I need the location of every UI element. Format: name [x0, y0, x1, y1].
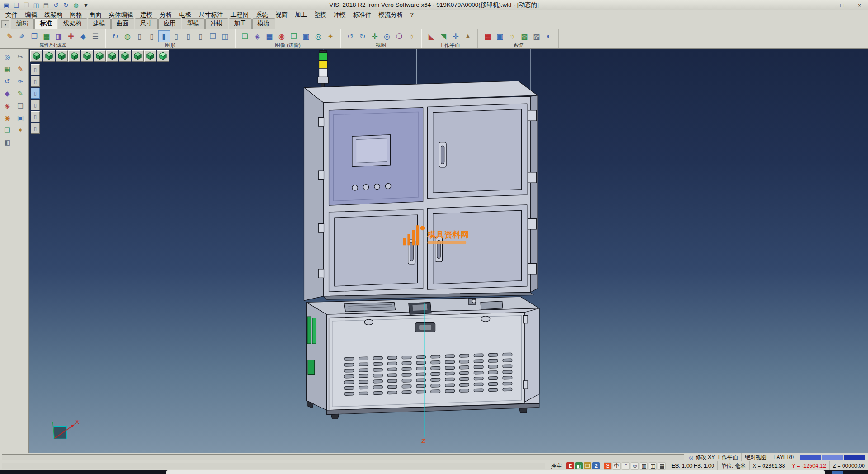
ribbon-tab[interactable]: 加工 — [229, 18, 252, 29]
sidebar-tool-icon[interactable]: ✂ — [14, 51, 27, 63]
toolbar-icon[interactable]: ❐ — [28, 30, 40, 42]
sidebar-tool-icon[interactable]: ◎ — [1, 51, 14, 63]
tray-icon[interactable]: 2 — [592, 462, 600, 469]
toolbar-icon[interactable]: ◐ — [543, 30, 555, 42]
titlebar-quick-icon[interactable]: ↻ — [61, 1, 71, 9]
view-cube-button[interactable] — [43, 50, 55, 62]
view-cube-button[interactable] — [81, 50, 93, 62]
toolbar-icon[interactable]: ▤ — [264, 30, 275, 42]
menu-item[interactable]: 文件 — [2, 11, 21, 19]
toolbar-icon[interactable]: ◣ — [425, 30, 437, 42]
sidebar-tool-icon[interactable]: ❒ — [1, 124, 14, 136]
menu-item[interactable]: 加工 — [291, 11, 311, 19]
toolbar-icon[interactable]: ✦ — [325, 30, 336, 42]
tray-icon[interactable]: ◧ — [575, 462, 583, 469]
toolbar-icon[interactable]: ☼ — [406, 30, 417, 42]
sidebar-tool-icon[interactable]: ❏ — [14, 100, 27, 112]
maximize-button[interactable]: □ — [834, 0, 851, 10]
toolbar-icon[interactable]: ❏ — [239, 30, 251, 42]
sidebar-tool-icon[interactable]: ✎ — [14, 88, 27, 100]
menu-item[interactable]: 电极 — [176, 11, 195, 19]
menu-item[interactable]: 视窗 — [272, 11, 291, 19]
ime-icon[interactable]: ▥ — [640, 462, 648, 470]
view-cube-button[interactable] — [94, 50, 106, 62]
toolbar-icon[interactable]: ❒ — [207, 30, 219, 42]
ime-icon[interactable]: 中 — [613, 462, 621, 470]
toolbar-icon[interactable]: ❍ — [393, 30, 405, 42]
toolbar-icon[interactable]: ▩ — [519, 30, 530, 42]
toolbar-icon[interactable]: ▯ — [183, 30, 194, 42]
view-cube-button[interactable] — [30, 50, 42, 62]
viewport-mini-button[interactable]: ▯ — [31, 111, 40, 122]
menu-item[interactable]: 建模 — [137, 11, 156, 19]
toolbar-icon[interactable]: ▦ — [482, 30, 494, 42]
sidebar-tool-icon[interactable]: ◧ — [1, 137, 14, 148]
toolbar-icon[interactable]: ▣ — [494, 30, 506, 42]
titlebar-quick-icon[interactable]: ▣ — [2, 1, 11, 9]
machine-model[interactable]: Z 模具资料网 — [53, 49, 539, 445]
toolbar-icon[interactable]: ▣ — [300, 30, 312, 42]
toolbar-icon[interactable]: ▯ — [170, 30, 182, 42]
layer-selector[interactable]: LAYER0 — [770, 453, 797, 461]
toolbar-icon[interactable]: ✎ — [4, 30, 16, 42]
close-button[interactable]: × — [851, 0, 868, 10]
sidebar-tool-icon[interactable]: ◈ — [1, 100, 14, 112]
sidebar-tool-icon[interactable]: ✎ — [14, 63, 27, 75]
toolbar-icon[interactable]: ◈ — [251, 30, 263, 42]
view-cube-button[interactable] — [132, 50, 144, 62]
view-mode[interactable]: 绝对视图 — [741, 453, 770, 461]
toolbar-icon[interactable]: ◨ — [53, 30, 65, 42]
toolbar-icon[interactable]: ▯ — [195, 30, 207, 42]
viewport-mini-button[interactable]: ▯ — [31, 64, 40, 75]
titlebar-quick-icon[interactable]: ❐ — [22, 1, 31, 9]
ribbon-tab[interactable]: 编辑 — [11, 18, 34, 29]
titlebar-quick-icon[interactable]: ↺ — [52, 1, 61, 9]
view-cube-button[interactable] — [119, 50, 131, 62]
sidebar-tool-icon[interactable]: ↺ — [1, 76, 14, 87]
ribbon-tab[interactable]: 建模 — [88, 18, 111, 29]
ime-icon[interactable]: ◫ — [649, 462, 657, 470]
toolbar-icon[interactable]: ▦ — [41, 30, 52, 42]
view-cube-button[interactable] — [56, 50, 68, 62]
menu-item[interactable]: 曲面 — [86, 11, 105, 19]
toolbar-icon[interactable]: ☼ — [506, 30, 518, 42]
lock-toggle[interactable]: 拴牢 — [547, 461, 565, 470]
ribbon-tab[interactable]: 塑模 — [182, 18, 205, 29]
tray-icon[interactable]: E — [566, 462, 574, 469]
toolbar-icon[interactable]: ☰ — [90, 30, 101, 42]
ime-icon[interactable]: S — [604, 462, 612, 470]
menu-item[interactable]: 塑模 — [311, 11, 330, 19]
menu-item[interactable]: 分析 — [156, 11, 176, 19]
tab-dropdown-icon[interactable]: ▼ — [1, 20, 9, 28]
toolbar-icon[interactable]: ◉ — [276, 30, 288, 42]
menu-item[interactable]: 模流分析 — [375, 11, 407, 19]
toolbar-icon[interactable]: ◍ — [122, 30, 133, 42]
toolbar-icon[interactable]: ❒ — [288, 30, 300, 42]
ribbon-tab[interactable]: 线架构 — [58, 18, 87, 29]
toolbar-icon[interactable]: ▲ — [462, 30, 474, 42]
tray-icon[interactable]: ❒ — [584, 462, 591, 469]
menu-item[interactable]: 实体编辑 — [105, 11, 137, 19]
sidebar-tool-icon[interactable]: ✦ — [14, 124, 27, 136]
view-cube-button[interactable] — [68, 50, 80, 62]
menu-item[interactable]: 冲模 — [330, 11, 349, 19]
view-cube-button[interactable] — [144, 50, 156, 62]
titlebar-quick-icon[interactable]: ◍ — [71, 1, 80, 9]
toolbar-icon[interactable]: ↻ — [109, 30, 121, 42]
menu-item[interactable]: 尺寸标注 — [195, 11, 227, 19]
toolbar-icon[interactable]: ✛ — [450, 30, 462, 42]
toolbar-icon[interactable]: ↻ — [357, 30, 368, 42]
viewport-mini-button[interactable]: ▯ — [31, 88, 40, 99]
viewport-3d[interactable]: Z 模具资料网 — [29, 49, 868, 453]
sidebar-tool-icon[interactable]: ▦ — [1, 63, 14, 75]
workplane-hint[interactable]: ◎ 修改 XY 工作平面 — [686, 453, 741, 461]
windows-taskbar[interactable] — [0, 470, 868, 474]
ime-icon[interactable]: ° — [622, 462, 630, 470]
toolbar-icon[interactable]: ✚ — [65, 30, 77, 42]
ribbon-tab[interactable]: 模流 — [252, 18, 275, 29]
ribbon-tab[interactable]: 标准 — [34, 18, 57, 29]
toolbar-icon[interactable]: ◆ — [77, 30, 89, 42]
sidebar-tool-icon[interactable]: ◆ — [1, 88, 14, 100]
view-cube-button[interactable] — [106, 50, 118, 62]
titlebar-quick-icon[interactable]: ◫ — [32, 1, 41, 9]
